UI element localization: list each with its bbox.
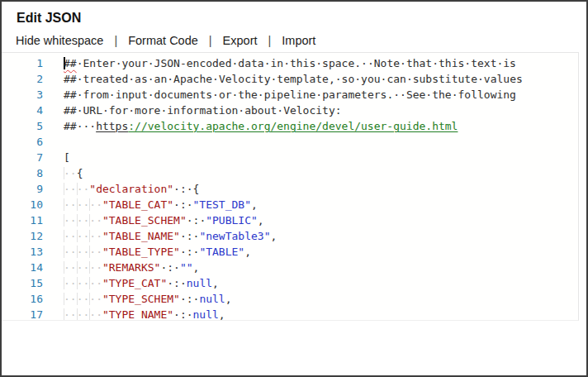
code-segment: JSON-encoded	[154, 57, 232, 69]
code-segment: "REMARKS"	[102, 261, 160, 274]
indent-guide: ··	[64, 277, 77, 289]
toolbar-separator: |	[209, 34, 212, 48]
code-segment: "TABLE_NAME"	[102, 230, 180, 242]
code-line[interactable]: 4##·URL·for·more·information·about·Veloc…	[2, 103, 578, 118]
whitespace-dots: ·	[238, 104, 244, 117]
code-segment: as	[135, 73, 148, 85]
code-segment: "TABLE_CAT"	[102, 198, 173, 211]
whitespace-dots: ·	[258, 88, 264, 101]
code-segment: ##	[64, 88, 77, 101]
whitespace-dots: ·	[187, 308, 193, 321]
whitespace-dots: ·	[477, 73, 484, 85]
whitespace-dots: ·	[128, 73, 135, 85]
code-segment: pipeline	[264, 88, 316, 101]
import-button[interactable]: Import	[282, 34, 315, 48]
code-segment: ,	[244, 246, 251, 258]
indent-guide: ··	[64, 293, 77, 305]
code-line[interactable]: 14······"REMARKS"·:·"",	[2, 260, 578, 275]
code-segment: documents	[154, 88, 212, 101]
indent-guide: ··	[77, 246, 90, 258]
velocity-user-guide-link[interactable]: ://velocity.apache.org/engine/devel/user…	[128, 120, 458, 132]
code-line[interactable]: 9····"declaration"·:·{	[2, 181, 578, 197]
code-segment: text	[471, 57, 496, 69]
line-number: 6	[2, 134, 43, 150]
indent-guide: ··	[89, 277, 102, 289]
whitespace-dots: ··	[393, 88, 406, 101]
code-segment: treated	[83, 73, 128, 85]
line-number: 3	[2, 87, 43, 103]
code-line[interactable]: 15······"TYPE_CAT"·:·null,	[2, 275, 578, 291]
indent-guide: ··	[64, 230, 77, 242]
code-segment: so	[342, 73, 355, 85]
whitespace-dots: ·	[452, 88, 458, 101]
indent-guide: ··	[89, 293, 102, 305]
json-code-editor[interactable]: 1##·Enter·your·JSON-encoded·data·in·this…	[2, 52, 579, 321]
code-line-content: ··{	[64, 165, 83, 181]
code-line[interactable]: 2##·treated·as·an·Apache·Velocity·templa…	[2, 71, 578, 87]
code-segment: information	[167, 104, 238, 117]
indent-guide: ··	[77, 277, 90, 289]
indent-guide: ··	[89, 198, 102, 211]
code-line-content: ##·from·input·documents·or·the·pipeline·…	[64, 87, 516, 103]
code-line[interactable]: 6	[2, 134, 578, 150]
export-button[interactable]: Export	[223, 34, 258, 48]
code-segment: :	[167, 261, 173, 274]
code-segment: the	[432, 88, 451, 101]
whitespace-dots: ·	[173, 198, 180, 211]
indent-guide: ··	[64, 183, 77, 195]
code-line[interactable]: 3##·from·input·documents·or·the·pipeline…	[2, 87, 578, 103]
code-line[interactable]: 16······"TYPE_SCHEM"·:·null,	[2, 291, 578, 307]
whitespace-dots: ·	[464, 57, 471, 69]
code-line[interactable]: 8··{	[2, 165, 578, 181]
code-segment: more	[135, 104, 160, 117]
code-line[interactable]: 11······"TABLE_SCHEM"·:·"PUBLIC",	[2, 212, 578, 228]
line-number: 1	[2, 55, 43, 71]
indent-guide: ··	[64, 167, 77, 179]
code-line[interactable]: 17······"TYPE_NAME"·:·null,	[2, 307, 578, 321]
line-number: 14	[2, 260, 43, 275]
code-line-content: ······"TYPE_SCHEM"·:·null,	[64, 291, 232, 307]
code-line-content: ····"declaration"·:·{	[64, 181, 199, 197]
code-segment: the	[238, 88, 257, 101]
velocity-user-guide-link[interactable]: https	[96, 120, 128, 132]
code-segment: "TABLE"	[199, 246, 244, 258]
code-line-content: ##·URL·for·more·information·about·Veloci…	[64, 103, 342, 118]
line-number: 7	[2, 150, 43, 165]
line-number: 10	[2, 197, 43, 212]
code-line[interactable]: 10······"TABLE_CAT"·:·"TEST_DB",	[2, 197, 578, 212]
line-number: 9	[2, 181, 43, 197]
code-segment: Velocity	[219, 73, 271, 85]
indent-guide: ··	[77, 293, 90, 305]
code-segment: space.	[322, 57, 361, 69]
code-segment: values	[484, 73, 523, 85]
line-number: 11	[2, 212, 43, 228]
code-line[interactable]: 12······"TABLE_NAME"·:·"newTable3",	[2, 228, 578, 244]
line-number: 13	[2, 244, 43, 260]
whitespace-dots: ·	[180, 230, 187, 242]
dialog-title: Edit JSON	[2, 2, 586, 26]
line-number: 8	[2, 165, 43, 181]
code-segment: :	[173, 277, 180, 289]
code-line[interactable]: 7[	[2, 150, 578, 165]
format-code-button[interactable]: Format Code	[128, 34, 198, 48]
hide-whitespace-button[interactable]: Hide whitespace	[16, 34, 103, 48]
code-line[interactable]: 5##···https://velocity.apache.org/engine…	[2, 118, 578, 134]
code-segment: ,	[219, 308, 225, 321]
line-number: 15	[2, 275, 43, 291]
whitespace-dots: ·	[173, 308, 180, 321]
code-line-content: ······"TABLE_SCHEM"·:·"PUBLIC",	[64, 212, 264, 228]
indent-guide: ··	[89, 230, 102, 242]
indent-guide: ··	[64, 261, 77, 274]
code-line-content: ##···https://velocity.apache.org/engine/…	[64, 118, 458, 134]
whitespace-dots: ·	[335, 73, 342, 85]
whitespace-dots: ·	[277, 104, 283, 117]
code-segment: input	[116, 88, 148, 101]
whitespace-dots: ·	[212, 88, 219, 101]
line-number: 2	[2, 71, 43, 87]
code-segment: See	[406, 88, 425, 101]
code-line-content: ······"TABLE_TYPE"·:·"TABLE",	[64, 244, 251, 260]
whitespace-dots: ·	[432, 57, 439, 69]
whitespace-dots: ·	[128, 104, 135, 117]
code-line[interactable]: 13······"TABLE_TYPE"·:·"TABLE",	[2, 244, 578, 260]
code-line[interactable]: 1##·Enter·your·JSON-encoded·data·in·this…	[2, 55, 578, 71]
